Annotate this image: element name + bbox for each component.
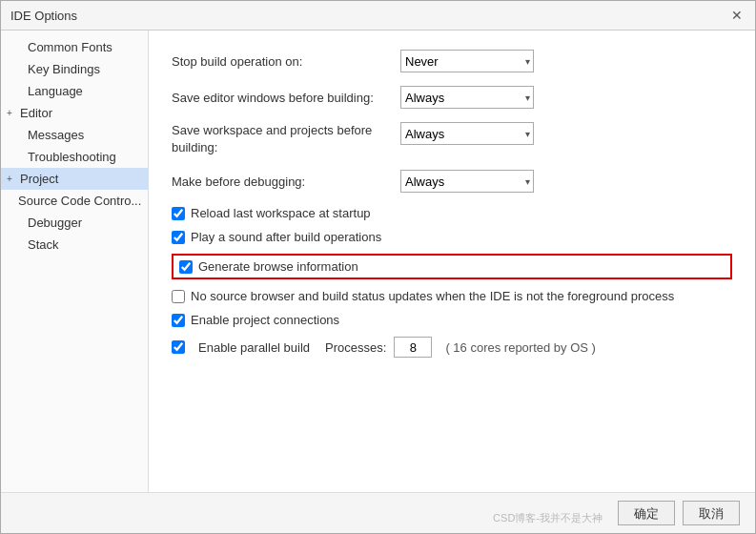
save-workspace-label: Save workspace and projects before build… <box>172 122 400 156</box>
dialog-title: IDE Options <box>10 9 77 23</box>
close-button[interactable]: ✕ <box>728 7 746 24</box>
sidebar-item-common-fonts[interactable]: Common Fonts <box>1 36 148 58</box>
sidebar-label-debugger: Debugger <box>28 216 82 230</box>
sidebar-item-source-code-control[interactable]: Source Code Contro... <box>1 190 148 212</box>
make-debug-select[interactable]: Always <box>400 170 534 193</box>
sidebar-label-common-fonts: Common Fonts <box>28 40 112 54</box>
sidebar-label-editor: Editor <box>20 106 52 120</box>
dialog-body: Common Fonts Key Bindings Language + Edi… <box>1 31 755 492</box>
make-debug-label: Make before debugging: <box>172 175 400 189</box>
save-editor-row: Save editor windows before building: Alw… <box>172 86 732 109</box>
cancel-button[interactable]: 取消 <box>683 501 740 525</box>
sidebar-item-key-bindings[interactable]: Key Bindings <box>1 58 148 80</box>
make-debug-row: Make before debugging: Always ▾ <box>172 170 732 193</box>
play-sound-row: Play a sound after build operations <box>172 230 732 244</box>
enable-connections-row: Enable project connections <box>172 313 732 327</box>
parallel-build-checkbox[interactable] <box>172 340 185 354</box>
sidebar-item-project[interactable]: + Project <box>1 168 148 190</box>
ide-options-dialog: IDE Options ✕ Common Fonts Key Bindings … <box>0 0 756 534</box>
generate-browse-checkbox[interactable] <box>179 260 193 274</box>
ok-button[interactable]: 确定 <box>618 501 675 525</box>
enable-connections-checkbox[interactable] <box>172 314 185 327</box>
save-workspace-select[interactable]: Always <box>400 122 534 145</box>
save-editor-label: Save editor windows before building: <box>172 91 400 105</box>
no-source-label: No source browser and build status updat… <box>191 289 674 303</box>
checkboxes-section: Reload last workspace at startup Play a … <box>172 206 732 358</box>
no-source-row: No source browser and build status updat… <box>172 289 732 303</box>
bottom-bar: CSD博客-我并不是大神 确定 取消 <box>1 492 755 533</box>
parallel-build-row: Enable parallel build Processes: ( 16 co… <box>172 337 732 358</box>
sidebar: Common Fonts Key Bindings Language + Edi… <box>1 31 149 492</box>
sidebar-label-stack: Stack <box>28 237 59 252</box>
sidebar-item-debugger[interactable]: Debugger <box>1 212 148 234</box>
sidebar-item-language[interactable]: Language <box>1 80 148 102</box>
main-content: Stop build operation on: Never ▾ Save ed… <box>149 31 755 492</box>
sidebar-item-editor[interactable]: + Editor <box>1 102 148 124</box>
sidebar-item-messages[interactable]: Messages <box>1 124 148 146</box>
stop-build-label: Stop build operation on: <box>172 54 400 69</box>
stop-build-select[interactable]: Never <box>400 50 534 72</box>
generate-browse-label: Generate browse information <box>198 259 358 274</box>
no-source-checkbox[interactable] <box>172 290 185 303</box>
title-bar: IDE Options ✕ <box>1 1 755 31</box>
processes-label: Processes: <box>325 340 386 355</box>
stop-build-row: Stop build operation on: Never ▾ <box>172 50 732 72</box>
sidebar-item-troubleshooting[interactable]: Troubleshooting <box>1 146 148 168</box>
sidebar-label-language: Language <box>28 84 83 98</box>
reload-workspace-label: Reload last workspace at startup <box>191 206 371 220</box>
save-editor-select-wrapper: Always ▾ <box>400 86 534 109</box>
processes-input[interactable] <box>394 337 432 358</box>
reload-workspace-row: Reload last workspace at startup <box>172 206 732 220</box>
watermark: CSD博客-我并不是大神 <box>493 511 603 525</box>
reload-workspace-checkbox[interactable] <box>172 207 185 220</box>
sidebar-label-troubleshooting: Troubleshooting <box>28 150 116 164</box>
save-workspace-select-wrapper: Always ▾ <box>400 122 534 145</box>
save-workspace-row: Save workspace and projects before build… <box>172 122 732 156</box>
parallel-build-label: Enable parallel build <box>198 340 310 355</box>
stop-build-select-wrapper: Never ▾ <box>400 50 534 72</box>
enable-connections-label: Enable project connections <box>191 313 339 327</box>
sidebar-item-stack[interactable]: Stack <box>1 234 148 256</box>
sidebar-label-key-bindings: Key Bindings <box>28 62 100 76</box>
sidebar-label-messages: Messages <box>28 128 84 142</box>
sidebar-label-project: Project <box>20 172 58 186</box>
make-debug-select-wrapper: Always ▾ <box>400 170 534 193</box>
expand-icon-editor: + <box>7 108 16 118</box>
play-sound-label: Play a sound after build operations <box>191 230 381 244</box>
play-sound-checkbox[interactable] <box>172 231 185 244</box>
expand-icon-project: + <box>7 174 16 184</box>
processes-note: ( 16 cores reported by OS ) <box>445 340 596 355</box>
sidebar-label-source-code-control: Source Code Contro... <box>18 194 141 208</box>
save-editor-select[interactable]: Always <box>400 86 534 109</box>
generate-browse-row: Generate browse information <box>172 254 732 279</box>
